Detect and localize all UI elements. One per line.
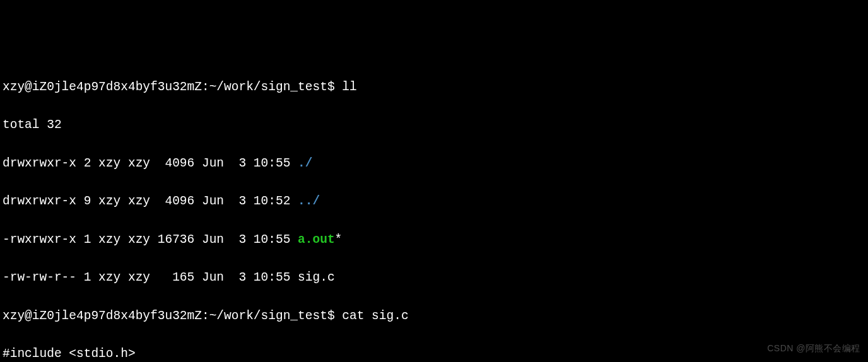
source-line: #include <stdio.h> [3,344,865,362]
ll-row-1: drwxrwxr-x 9 xzy xzy 4096 Jun 3 10:52 ..… [3,192,865,211]
ll-row-3: -rw-rw-r-- 1 xzy xzy 165 Jun 3 10:55 sig… [3,268,865,287]
ll-row-perm: -rwxrwxr-x 1 xzy xzy 16736 Jun 3 10:55 [3,233,298,247]
ll-row-suffix: * [335,233,343,247]
watermark-text: CSDN @阿熊不会编程 [767,342,860,356]
ll-row-perm: drwxrwxr-x 2 xzy xzy 4096 Jun 3 10:55 [3,156,298,170]
ll-row-perm: drwxrwxr-x 9 xzy xzy 4096 Jun 3 10:52 [3,194,298,208]
ll-row-2: -rwxrwxr-x 1 xzy xzy 16736 Jun 3 10:55 a… [3,230,865,249]
ll-row-0: drwxrwxr-x 2 xzy xzy 4096 Jun 3 10:55 ./ [3,154,865,173]
ll-row-perm: -rw-rw-r-- 1 xzy xzy 165 Jun 3 10:55 [3,271,298,284]
prompt-line-2[interactable]: xzy@iZ0jle4p97d8x4byf3u32mZ:~/work/sign_… [3,307,865,325]
ll-row-name: ./ [298,156,312,170]
ll-total: total 32 [3,115,865,134]
shell-prompt: xzy@iZ0jle4p97d8x4byf3u32mZ:~/work/sign_… [3,309,342,323]
prompt-line-1[interactable]: xzy@iZ0jle4p97d8x4byf3u32mZ:~/work/sign_… [3,78,865,96]
command-cat: cat sig.c [342,309,408,323]
command-ll: ll [342,80,356,94]
shell-prompt: xzy@iZ0jle4p97d8x4byf3u32mZ:~/work/sign_… [3,80,342,94]
ll-row-name: a.out [298,233,335,247]
ll-row-name: sig.c [298,271,335,284]
ll-row-name: ../ [298,194,320,208]
